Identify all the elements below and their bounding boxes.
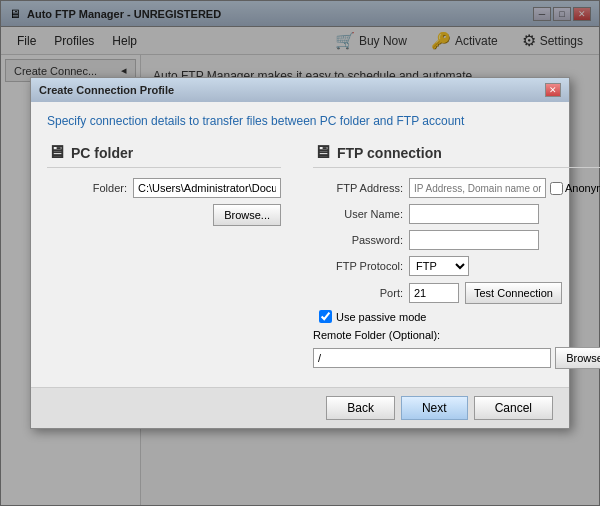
- port-label: Port:: [313, 287, 403, 299]
- ftp-protocol-label: FTP Protocol:: [313, 260, 403, 272]
- pc-folder-column: 🖥 PC folder Folder: Browse...: [47, 142, 281, 375]
- browse-row: Browse...: [47, 204, 281, 226]
- anonymous-checkbox-row: Anonymous: [550, 182, 600, 195]
- password-label: Password:: [313, 234, 403, 246]
- password-input[interactable]: [409, 230, 539, 250]
- ftp-icon: 🖥: [313, 142, 331, 163]
- passive-mode-row: Use passive mode: [319, 310, 600, 323]
- folder-row: Folder:: [47, 178, 281, 198]
- username-row: User Name:: [313, 204, 600, 224]
- pc-browse-button[interactable]: Browse...: [213, 204, 281, 226]
- ftp-connection-header: 🖥 FTP connection: [313, 142, 600, 168]
- cancel-button[interactable]: Cancel: [474, 396, 553, 420]
- dialog-title-bar: Create Connection Profile ✕: [31, 78, 569, 102]
- ftp-protocol-row: FTP Protocol: FTP FTPS SFTP: [313, 256, 600, 276]
- dialog-footer: Back Next Cancel: [31, 387, 569, 428]
- remote-folder-input-row: Browse...: [313, 347, 600, 369]
- dialog-subtitle: Specify connection details to transfer f…: [47, 114, 553, 128]
- test-connection-button[interactable]: Test Connection: [465, 282, 562, 304]
- username-input[interactable]: [409, 204, 539, 224]
- folder-icon: 🖥: [47, 142, 65, 163]
- modal-overlay: Create Connection Profile ✕ Specify conn…: [0, 0, 600, 506]
- create-connection-dialog: Create Connection Profile ✕ Specify conn…: [30, 77, 570, 429]
- passive-mode-checkbox[interactable]: [319, 310, 332, 323]
- username-label: User Name:: [313, 208, 403, 220]
- folder-input[interactable]: [133, 178, 281, 198]
- remote-folder-input[interactable]: [313, 348, 551, 368]
- ftp-address-label: FTP Address:: [313, 182, 403, 194]
- dialog-title: Create Connection Profile: [39, 84, 174, 96]
- remote-folder-label: Remote Folder (Optional):: [313, 329, 440, 341]
- remote-folder-label-row: Remote Folder (Optional):: [313, 329, 600, 341]
- folder-label: Folder:: [47, 182, 127, 194]
- password-row: Password:: [313, 230, 600, 250]
- ftp-protocol-select[interactable]: FTP FTPS SFTP: [409, 256, 469, 276]
- port-row: Port: Test Connection: [313, 282, 600, 304]
- ftp-address-input[interactable]: [409, 178, 546, 198]
- anonymous-label: Anonymous: [565, 182, 600, 194]
- next-button[interactable]: Next: [401, 396, 468, 420]
- remote-browse-button[interactable]: Browse...: [555, 347, 600, 369]
- dialog-columns: 🖥 PC folder Folder: Browse... 🖥: [47, 142, 553, 375]
- ftp-address-row: FTP Address: Anonymous: [313, 178, 600, 198]
- port-input[interactable]: [409, 283, 459, 303]
- ftp-connection-column: 🖥 FTP connection FTP Address: Anonymous: [313, 142, 600, 375]
- back-button[interactable]: Back: [326, 396, 395, 420]
- anonymous-checkbox[interactable]: [550, 182, 563, 195]
- dialog-close-button[interactable]: ✕: [545, 83, 561, 97]
- passive-mode-label: Use passive mode: [336, 311, 427, 323]
- dialog-body: Specify connection details to transfer f…: [31, 102, 569, 387]
- pc-folder-header: 🖥 PC folder: [47, 142, 281, 168]
